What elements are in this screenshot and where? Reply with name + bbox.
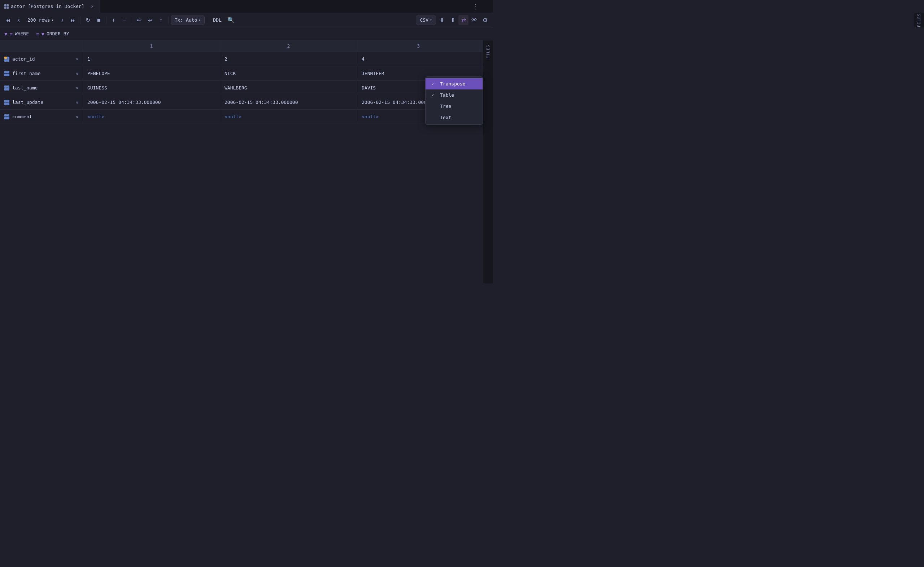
field-name-first-name: first_name (12, 71, 41, 76)
view-button[interactable]: 👁 (469, 15, 479, 25)
main-content: 1 2 3 actor_id ⇅ 1 2 4 (0, 40, 493, 284)
tx-selector[interactable]: Tx: Auto ▾ (171, 15, 205, 24)
field-name-last-update: last_update (12, 99, 43, 105)
grid-header-row: 1 2 3 (0, 40, 493, 52)
first-name-val2[interactable]: NICK (220, 66, 357, 80)
menu-item-transpose[interactable]: ✓ Transpose (425, 78, 482, 90)
sort-icon-comment[interactable]: ⇅ (76, 115, 78, 118)
redo-button[interactable]: ↪ (145, 15, 155, 25)
sort-icon-actor-id[interactable]: ⇅ (76, 57, 78, 61)
add-row-button[interactable]: + (109, 15, 119, 25)
menu-label-text: Text (440, 115, 451, 120)
last-update-val2[interactable]: 2006-02-15 04:34:33.000000 (220, 95, 357, 109)
tab-close-button[interactable]: × (90, 4, 95, 9)
remove-row-button[interactable]: − (119, 15, 129, 25)
submit-button[interactable]: ↑ (156, 15, 166, 25)
grid-col3-header: 3 (357, 40, 480, 52)
tree-check-icon: ✓ (431, 104, 436, 109)
csv-dropdown-icon: ▾ (430, 18, 432, 22)
order-icon: ≡ (36, 31, 39, 37)
export-button[interactable]: ⬆ (448, 15, 458, 25)
order-by-filter[interactable]: ≡ ▼ ORDER BY (36, 31, 69, 37)
more-options-icon[interactable]: ⋮ (469, 3, 481, 10)
rows-count-selector[interactable]: 200 rows ▾ (24, 16, 57, 24)
tab-bar: actor [Postgres in Docker] × ⋮ (0, 0, 493, 13)
search-button[interactable]: 🔍 (226, 15, 236, 25)
separator-5 (207, 16, 207, 24)
active-tab[interactable]: actor [Postgres in Docker] × (0, 0, 100, 13)
menu-label-tree: Tree (440, 104, 451, 109)
sort-icon-last-name[interactable]: ⇅ (76, 86, 78, 90)
first-name-val1[interactable]: PENELOPE (83, 66, 220, 80)
table-row: actor_id ⇅ 1 2 4 (0, 52, 493, 66)
grid-field-icon-3 (5, 100, 9, 105)
nav-prev-button[interactable]: ‹ (14, 15, 24, 25)
separator-1 (81, 16, 81, 24)
table-check-icon: ✓ (431, 93, 436, 98)
nav-next-button[interactable]: › (57, 15, 68, 25)
menu-label-table: Table (440, 92, 454, 98)
menu-label-transpose: Transpose (440, 81, 465, 87)
field-last-name[interactable]: last_name ⇅ (0, 81, 83, 95)
actor-id-val1[interactable]: 1 (83, 52, 220, 66)
sort-icon-first-name[interactable]: ⇅ (76, 71, 78, 75)
table-row: last_update ⇅ 2006-02-15 04:34:33.000000… (0, 95, 493, 110)
where-label: WHERE (15, 31, 29, 36)
actor-id-val2[interactable]: 2 (220, 52, 357, 66)
comment-val2[interactable]: <null> (220, 110, 357, 124)
files-sidebar[interactable]: FILES (483, 40, 493, 284)
ddl-button[interactable]: DDL (209, 16, 225, 24)
rows-dropdown-icon: ▾ (52, 18, 54, 22)
menu-item-text[interactable]: ✓ Text (425, 112, 482, 123)
where-icon: ▼ (5, 31, 7, 37)
stop-button[interactable]: ■ (94, 15, 104, 25)
last-name-val1[interactable]: GUINESS (83, 81, 220, 95)
filter-bar: ▼ ≡ WHERE ≡ ▼ ORDER BY (0, 27, 493, 40)
grid-col2-header: 2 (220, 40, 357, 52)
table-row: comment ⇅ <null> <null> <null> (0, 110, 493, 124)
menu-item-table[interactable]: ✓ Table (425, 90, 482, 100)
field-name-actor-id: actor_id (12, 56, 35, 62)
csv-selector[interactable]: CSV ▾ (416, 15, 436, 24)
transpose-check-icon: ✓ (431, 81, 436, 87)
transpose-button[interactable]: ⇄ (458, 15, 469, 25)
last-name-val2[interactable]: WAHLBERG (220, 81, 357, 95)
nav-last-button[interactable]: ⏭ (68, 15, 78, 25)
grid-field-icon-2 (5, 86, 9, 90)
grid-field-icon-4 (5, 114, 9, 119)
tab-grid-icon (5, 4, 9, 9)
grid-header-empty (0, 40, 83, 52)
refresh-button[interactable]: ↻ (83, 15, 93, 25)
where-filter[interactable]: ▼ ≡ WHERE (5, 31, 29, 37)
tx-label: Tx: Auto (175, 17, 197, 23)
grid-col1-header: 1 (83, 40, 220, 52)
settings-button[interactable]: ⚙ (480, 15, 490, 25)
table-row: last_name ⇅ GUINESS WAHLBERG DAVIS (0, 81, 493, 95)
key-field-icon (5, 57, 9, 62)
download-button[interactable]: ⬇ (437, 15, 447, 25)
last-update-val1[interactable]: 2006-02-15 04:34:33.000000 (83, 95, 220, 109)
tab-title: actor [Postgres in Docker] (11, 4, 84, 9)
field-name-comment: comment (12, 114, 32, 119)
comment-val1[interactable]: <null> (83, 110, 220, 124)
nav-first-button[interactable]: ⏮ (3, 15, 13, 25)
actor-id-val3[interactable]: 4 (357, 52, 480, 66)
data-grid: 1 2 3 actor_id ⇅ 1 2 4 (0, 40, 493, 124)
field-comment[interactable]: comment ⇅ (0, 110, 83, 124)
separator-4 (168, 16, 168, 24)
field-actor-id[interactable]: actor_id ⇅ (0, 52, 83, 66)
sort-icon-last-update[interactable]: ⇅ (76, 100, 78, 104)
separator-2 (106, 16, 107, 24)
toolbar-right: CSV ▾ ⬇ ⬆ ⇄ 👁 ⚙ (416, 15, 490, 25)
rows-count-label: 200 rows (27, 17, 50, 23)
field-first-name[interactable]: first_name ⇅ (0, 66, 83, 80)
table-row: first_name ⇅ PENELOPE NICK JENNIFER (0, 66, 493, 81)
menu-item-tree[interactable]: ✓ Tree (425, 100, 482, 112)
files-sidebar-label: FILES (486, 45, 491, 58)
separator-3 (132, 16, 132, 24)
undo-button[interactable]: ↩ (134, 15, 144, 25)
grid-field-icon (5, 71, 9, 76)
field-last-update[interactable]: last_update ⇅ (0, 95, 83, 109)
tx-dropdown-icon: ▾ (198, 18, 201, 22)
view-dropdown-menu: ✓ Transpose ✓ Table ✓ Tree ✓ Text (425, 76, 483, 125)
